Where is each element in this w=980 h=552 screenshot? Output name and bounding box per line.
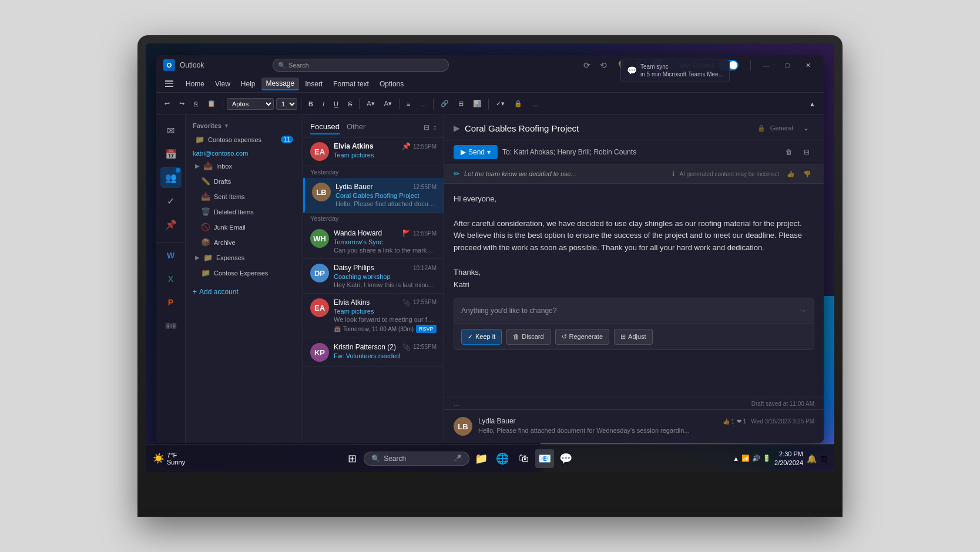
folder-expenses[interactable]: ▶ 📁 Expenses — [188, 250, 300, 265]
toolbar-icon-1[interactable]: ⟳ — [581, 60, 593, 70]
collapse-btn[interactable]: ▲ — [806, 99, 819, 109]
menu-message[interactable]: Message — [261, 78, 300, 90]
strikethrough-btn[interactable]: S — [344, 99, 355, 109]
more2-btn[interactable]: … — [528, 99, 542, 109]
nav-tasks[interactable]: ✓ — [160, 190, 182, 211]
send-button[interactable]: ▶ Send ▾ — [454, 145, 498, 159]
email-item[interactable]: KP Kristin Patterson (2) 📎 12:55PM Fw: — [303, 338, 444, 367]
widgets-icon[interactable]: ⊞ — [820, 454, 827, 463]
tab-other[interactable]: Other — [347, 120, 366, 134]
highlight-btn[interactable]: A▾ — [363, 98, 378, 109]
filter-icon[interactable]: ⊟ — [424, 123, 429, 132]
more-options-btn[interactable]: ⊟ — [799, 145, 814, 159]
folder-inbox[interactable]: ▶ 📥 Inbox — [188, 159, 300, 173]
underline-btn[interactable]: U — [330, 99, 342, 109]
rsvp-badge[interactable]: RSVP — [416, 325, 437, 333]
email-item[interactable]: DP Daisy Philips 10:12AM Coaching worksh… — [303, 259, 444, 294]
nav-people[interactable]: 👥 — [160, 167, 182, 188]
align-btn[interactable]: ≡ — [403, 99, 414, 109]
folder-sent-items[interactable]: 📤 Sent Items — [188, 189, 300, 204]
ai-thumbs-down[interactable]: 👎 — [800, 168, 814, 180]
clock[interactable]: 2:30 PM 2/20/2024 — [774, 450, 803, 467]
more-dots[interactable]: … — [454, 400, 459, 407]
sort-icon[interactable]: ↕ — [433, 123, 437, 132]
folder-junk-email[interactable]: 🚫 Junk Email — [188, 220, 300, 234]
email-item[interactable]: WH Wanda Howard 🚩 12:55PM Tomorrow's S — [303, 224, 444, 259]
nav-pin[interactable]: 📌 — [160, 214, 182, 235]
review-btn[interactable]: ✓▾ — [492, 98, 508, 109]
battery-icon[interactable]: 🔋 — [763, 455, 771, 462]
folder-contoso-expenses[interactable]: 📁 Contoso expenses 11 — [188, 132, 300, 147]
discard-btn[interactable]: 🗑 Discard — [506, 329, 550, 345]
font-size-select[interactable]: 12 — [276, 98, 297, 110]
redo-btn[interactable]: ↪ — [176, 98, 188, 109]
font-color-btn[interactable]: A▾ — [381, 98, 395, 109]
add-account-button[interactable]: + Add account — [186, 285, 303, 299]
weather-widget[interactable]: ☀️ 7°F Sunny — [153, 452, 185, 466]
toolbar-icon-2[interactable]: ⟲ — [598, 60, 609, 70]
thread-item[interactable]: LB Lydia Bauer 👍 1 ❤ 1 Wed 3/15/2023 3:2… — [444, 409, 824, 443]
email-item[interactable]: EA Elvia Atkins 📌 12:55PM — [303, 137, 444, 166]
keep-it-btn[interactable]: ✓ Keep it — [461, 329, 502, 345]
teams-notification[interactable]: 💬 Team sync in 5 min Microsoft Teams Mee… — [620, 59, 730, 82]
ai-thumbs-up[interactable]: 👍 — [784, 168, 798, 180]
adjust-btn[interactable]: ⊞ Adjust — [614, 329, 653, 345]
laptop-screen: O Outlook 🔍 Search 💬 Team sync in 5 min … — [146, 43, 834, 472]
paste-btn[interactable]: 📋 — [204, 98, 219, 109]
italic-btn[interactable]: I — [319, 99, 328, 109]
change-input-area[interactable]: Anything you'd like to change? → — [454, 298, 814, 323]
menu-help[interactable]: Help — [236, 78, 260, 90]
folder-archive[interactable]: 📦 Archive — [188, 235, 300, 250]
tab-focused[interactable]: Focused — [310, 120, 340, 134]
date-group-yesterday-2: Yesterday — [303, 213, 444, 224]
volume-icon[interactable]: 🔊 — [752, 455, 760, 462]
chart-btn[interactable]: 📊 — [469, 98, 485, 109]
menu-view[interactable]: View — [210, 78, 235, 90]
regenerate-btn[interactable]: ↺ Regenerate — [555, 329, 610, 345]
more-btn[interactable]: … — [416, 99, 429, 109]
send-change-icon[interactable]: → — [798, 304, 807, 317]
taskbar-teams[interactable]: 💬 — [556, 449, 575, 468]
taskbar-file-explorer[interactable]: 📁 — [472, 449, 491, 468]
expand-btn[interactable]: ⌄ — [798, 121, 814, 135]
link-btn[interactable]: 🔗 — [437, 98, 452, 109]
notification-icon[interactable]: 🔔 — [807, 454, 817, 463]
nav-calendar[interactable]: 📅 — [160, 143, 182, 164]
nav-excel[interactable]: X — [160, 268, 182, 290]
nav-word[interactable]: W — [160, 245, 182, 266]
folder-contoso-expenses-sub[interactable]: 📁 Contoso Expenses — [188, 265, 300, 280]
maximize-button[interactable]: □ — [779, 59, 796, 72]
email-item[interactable]: LB Lydia Bauer 12:55PM Coral Gables Roof… — [303, 178, 444, 213]
windows-start-btn[interactable]: ⊞ — [343, 449, 361, 468]
folder-deleted-items[interactable]: 🗑️ Deleted Items — [188, 204, 300, 219]
expand-icon[interactable]: ▶ — [454, 123, 460, 133]
undo-btn[interactable]: ↩ — [161, 98, 173, 109]
folder-drafts[interactable]: ✏️ Drafts — [188, 174, 300, 189]
sensitivity-btn[interactable]: 🔒 — [511, 98, 526, 109]
font-family-select[interactable]: Aptos — [227, 98, 274, 110]
nav-apps[interactable]: ⊞⊞ — [160, 315, 182, 336]
tray-arrow[interactable]: ▲ — [733, 455, 739, 462]
menu-format-text[interactable]: Format text — [328, 78, 374, 90]
taskbar-outlook[interactable]: 📧 — [535, 449, 554, 468]
menu-insert[interactable]: Insert — [300, 78, 327, 90]
taskbar-search-bar[interactable]: 🔍 Search 🎤 — [364, 452, 469, 466]
table-btn[interactable]: ⊞ — [455, 98, 467, 109]
ai-suggestion-text[interactable]: Let the team know we decided to use... — [464, 170, 667, 177]
nav-powerpoint[interactable]: P — [160, 292, 182, 313]
taskbar-edge[interactable]: 🌐 — [493, 449, 512, 468]
close-button[interactable]: ✕ — [800, 59, 817, 72]
menu-home[interactable]: Home — [181, 78, 209, 90]
email-item[interactable]: EA Elvia Atkins 📎 12:55PM Team picture — [303, 294, 444, 338]
title-search-bar[interactable]: 🔍 Search — [273, 59, 449, 72]
copy-btn[interactable]: ⎘ — [190, 99, 202, 109]
minimize-button[interactable]: — — [758, 59, 774, 72]
network-icon[interactable]: 📶 — [741, 455, 750, 462]
favorites-header[interactable]: Favorites ▼ — [186, 120, 303, 132]
taskbar-store[interactable]: 🛍 — [514, 449, 533, 468]
bold-btn[interactable]: B — [305, 99, 317, 109]
delete-btn[interactable]: 🗑 — [781, 145, 797, 159]
hamburger-menu[interactable] — [161, 78, 177, 90]
nav-mail[interactable]: ✉ — [160, 120, 182, 141]
menu-options[interactable]: Options — [375, 78, 408, 90]
